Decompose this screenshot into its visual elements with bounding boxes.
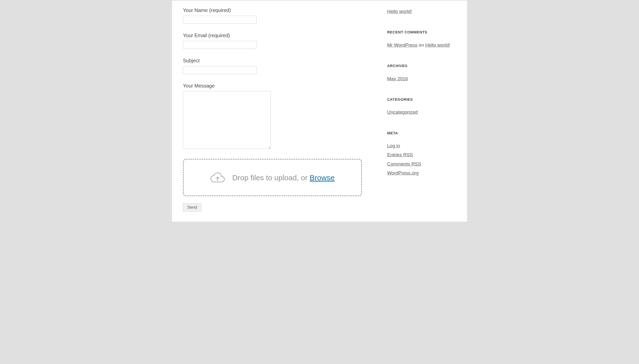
subject-field-group: Subject: [183, 57, 376, 74]
name-input[interactable]: [183, 16, 257, 24]
archives-list: May 2016: [387, 75, 457, 83]
message-field-group: Your Message: [183, 82, 376, 151]
list-item: Comments RSS: [387, 160, 457, 168]
email-label: Your Email (required): [183, 32, 376, 39]
message-label: Your Message: [183, 82, 376, 90]
dropzone-text: Drop files to upload, or Browse: [232, 172, 334, 183]
meta-list: Log in Entries RSS Comments RSS WordPres…: [387, 142, 457, 177]
message-textarea[interactable]: [183, 91, 271, 149]
recent-post-link[interactable]: Hello world!: [387, 9, 412, 14]
recent-comments-widget: RECENT COMMENTS Mr WordPress on Hello wo…: [387, 30, 457, 49]
meta-wporg-link[interactable]: WordPress.org: [387, 170, 418, 176]
email-input[interactable]: [183, 41, 257, 49]
archives-widget: ARCHIVES May 2016: [387, 63, 457, 83]
comment-connector: on: [417, 42, 425, 48]
sidebar: Hello world! RECENT COMMENTS Mr WordPres…: [387, 0, 467, 222]
name-label: Your Name (required): [183, 6, 376, 14]
list-item: Uncategorized: [387, 108, 457, 116]
file-dropzone[interactable]: Drop files to upload, or Browse: [183, 159, 362, 196]
category-link[interactable]: Uncategorized: [387, 110, 418, 115]
cloud-upload-icon: [210, 171, 225, 184]
categories-list: Uncategorized: [387, 108, 457, 116]
list-item: Log in: [387, 142, 457, 150]
list-item: May 2016: [387, 75, 457, 83]
email-field-group: Your Email (required): [183, 32, 376, 49]
dropzone-prompt: Drop files to upload, or: [232, 174, 310, 182]
recent-comments-title: RECENT COMMENTS: [387, 30, 457, 35]
archives-title: ARCHIVES: [387, 63, 457, 69]
subject-input[interactable]: [183, 66, 257, 74]
meta-login-link[interactable]: Log in: [387, 143, 400, 148]
meta-widget: META Log in Entries RSS Comments RSS Wor…: [387, 130, 457, 177]
list-item: WordPress.org: [387, 169, 457, 177]
comment-post-link[interactable]: Hello world!: [425, 42, 450, 48]
page-content: Your Name (required) Your Email (require…: [172, 0, 467, 222]
categories-widget: CATEGORIES Uncategorized: [387, 97, 457, 116]
browse-link[interactable]: Browse: [310, 174, 335, 182]
send-button[interactable]: Send: [183, 203, 201, 212]
meta-comments-rss-link[interactable]: Comments RSS: [387, 161, 421, 166]
archive-link[interactable]: May 2016: [387, 76, 408, 81]
list-item: Entries RSS: [387, 151, 457, 159]
recent-post-item: Hello world!: [387, 8, 457, 16]
meta-title: META: [387, 130, 457, 136]
subject-label: Subject: [183, 57, 376, 64]
meta-entries-rss-link[interactable]: Entries RSS: [387, 152, 413, 157]
categories-title: CATEGORIES: [387, 97, 457, 102]
comment-author-link[interactable]: Mr WordPress: [387, 42, 417, 48]
name-field-group: Your Name (required): [183, 6, 376, 24]
recent-comment-item: Mr WordPress on Hello world!: [387, 41, 457, 49]
main-column: Your Name (required) Your Email (require…: [172, 0, 387, 222]
